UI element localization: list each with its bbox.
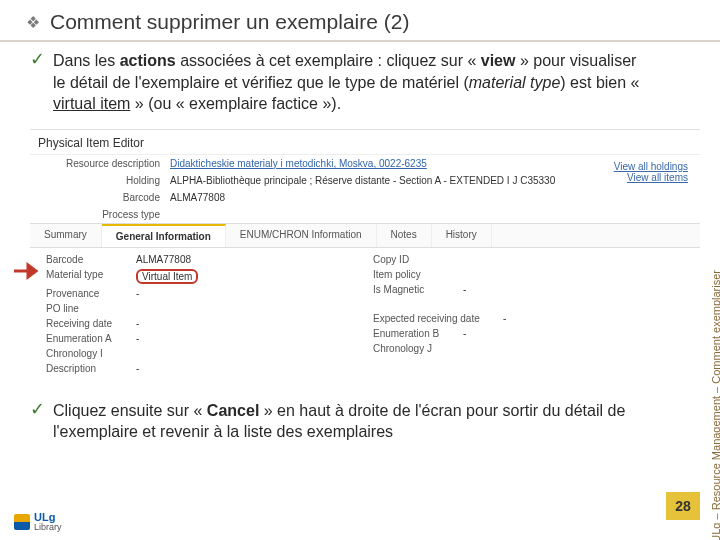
label: Enumeration B bbox=[373, 328, 463, 339]
text: ) est bien « bbox=[560, 74, 639, 91]
text-bold: actions bbox=[120, 52, 176, 69]
value: - bbox=[136, 333, 139, 344]
text-bold: view bbox=[481, 52, 516, 69]
value: ALMA77808 bbox=[170, 192, 225, 203]
value: - bbox=[136, 318, 139, 329]
label: Provenance bbox=[46, 288, 136, 299]
slide-body-2: ✓ Cliquez ensuite sur « Cancel » en haut… bbox=[0, 400, 720, 443]
fields-area: BarcodeALMA77808 Material typeVirtual It… bbox=[30, 248, 700, 380]
text: associées à cet exemplaire : cliquez sur… bbox=[176, 52, 481, 69]
label: Holding bbox=[40, 175, 170, 186]
logo: ULg Library bbox=[14, 512, 62, 532]
separator bbox=[0, 40, 720, 42]
row-holding: Holding ALPHA-Bibliothèque principale ; … bbox=[30, 172, 602, 189]
text: » (ou « exemplaire factice »). bbox=[130, 95, 341, 112]
fields-left-col: BarcodeALMA77808 Material typeVirtual It… bbox=[38, 252, 365, 376]
slide: ❖ Comment supprimer un exemplaire (2) ✓ … bbox=[0, 0, 720, 540]
field-chron-2: Chronology J bbox=[373, 341, 684, 356]
tab-enum[interactable]: ENUM/CHRON Information bbox=[226, 224, 377, 247]
field-barcode: BarcodeALMA77808 bbox=[46, 252, 357, 267]
label: Item policy bbox=[373, 269, 463, 280]
tab-summary[interactable]: Summary bbox=[30, 224, 102, 247]
tab-general[interactable]: General Information bbox=[102, 224, 226, 247]
field-is-magnetic: Is Magnetic- bbox=[373, 282, 684, 297]
arrow-icon bbox=[12, 262, 42, 280]
embedded-screenshot: Physical Item Editor Resource descriptio… bbox=[30, 129, 700, 380]
value: - bbox=[463, 284, 466, 295]
label: Is Magnetic bbox=[373, 284, 463, 295]
editor-title: Physical Item Editor bbox=[30, 130, 700, 155]
field-material-type: Material typeVirtual Item bbox=[46, 267, 357, 286]
side-links: View all holdings View all items bbox=[602, 155, 700, 189]
field-exp-receiving: Expected receiving date- bbox=[373, 311, 684, 326]
bullet-2: ✓ Cliquez ensuite sur « Cancel » en haut… bbox=[30, 400, 650, 443]
field-spacer bbox=[373, 297, 684, 311]
check-icon: ✓ bbox=[30, 50, 45, 115]
row-barcode: Barcode ALMA77808 bbox=[30, 189, 602, 206]
label: PO line bbox=[46, 303, 136, 314]
row-process-type: Process type bbox=[30, 206, 602, 223]
tab-history[interactable]: History bbox=[432, 224, 492, 247]
bullet-diamond-icon: ❖ bbox=[26, 13, 40, 32]
label: Expected receiving date bbox=[373, 313, 503, 324]
text-bold: Cancel bbox=[207, 402, 259, 419]
logo-text: ULg Library bbox=[34, 512, 62, 532]
field-provenance: Provenance- bbox=[46, 286, 357, 301]
link-view-all-items[interactable]: View all items bbox=[614, 172, 688, 183]
field-chron-1: Chronology I bbox=[46, 346, 357, 361]
label: Material type bbox=[46, 269, 136, 284]
value: - bbox=[136, 288, 139, 299]
value: - bbox=[463, 328, 466, 339]
label: Enumeration A bbox=[46, 333, 136, 344]
text-italic: material type bbox=[469, 74, 561, 91]
bullet-1-text: Dans les actions associées à cet exempla… bbox=[53, 50, 650, 115]
value: ALMA77808 bbox=[136, 254, 191, 265]
label: Process type bbox=[40, 209, 170, 220]
label: Chronology J bbox=[373, 343, 463, 354]
tabs: Summary General Information ENUM/CHRON I… bbox=[30, 223, 700, 248]
value-link[interactable]: Didakticheskie materialy i metodichki, M… bbox=[170, 158, 427, 169]
label: Resource description bbox=[40, 158, 170, 169]
text-underline: virtual item bbox=[53, 95, 130, 112]
row-resource-desc: Resource description Didakticheskie mate… bbox=[30, 155, 602, 172]
text: Cliquez ensuite sur « bbox=[53, 402, 207, 419]
field-copy-id: Copy ID bbox=[373, 252, 684, 267]
link-view-all-holdings[interactable]: View all holdings bbox=[614, 161, 688, 172]
page-number: 28 bbox=[666, 492, 700, 520]
field-receiving-date: Receiving date- bbox=[46, 316, 357, 331]
value: - bbox=[136, 363, 139, 374]
slide-title-row: ❖ Comment supprimer un exemplaire (2) bbox=[0, 0, 720, 40]
value: ALPHA-Bibliothèque principale ; Réserve … bbox=[170, 175, 555, 186]
text: Dans les bbox=[53, 52, 120, 69]
label: Chronology I bbox=[46, 348, 136, 359]
label: Receiving date bbox=[46, 318, 136, 329]
value: - bbox=[503, 313, 506, 324]
field-item-policy: Item policy bbox=[373, 267, 684, 282]
field-description: Description- bbox=[46, 361, 357, 376]
label: Barcode bbox=[40, 192, 170, 203]
slide-title: Comment supprimer un exemplaire (2) bbox=[50, 10, 409, 34]
label: Barcode bbox=[46, 254, 136, 265]
label: Description bbox=[46, 363, 136, 374]
bullet-1: ✓ Dans les actions associées à cet exemp… bbox=[30, 50, 650, 115]
tab-notes[interactable]: Notes bbox=[377, 224, 432, 247]
check-icon: ✓ bbox=[30, 400, 45, 443]
sidebar-caption: Alma @ ULg – Resource Management – Comme… bbox=[710, 270, 720, 540]
slide-body: ✓ Dans les actions associées à cet exemp… bbox=[0, 50, 720, 115]
fields-right-col: Copy ID Item policy Is Magnetic- Expecte… bbox=[365, 252, 692, 376]
bullet-2-text: Cliquez ensuite sur « Cancel » en haut à… bbox=[53, 400, 650, 443]
highlighted-value: Virtual Item bbox=[136, 269, 198, 284]
label: Copy ID bbox=[373, 254, 463, 265]
logo-line2: Library bbox=[34, 523, 62, 532]
logo-mark-icon bbox=[14, 514, 30, 530]
field-poline: PO line bbox=[46, 301, 357, 316]
field-enum-b: Enumeration B- bbox=[373, 326, 684, 341]
field-enum-a: Enumeration A- bbox=[46, 331, 357, 346]
